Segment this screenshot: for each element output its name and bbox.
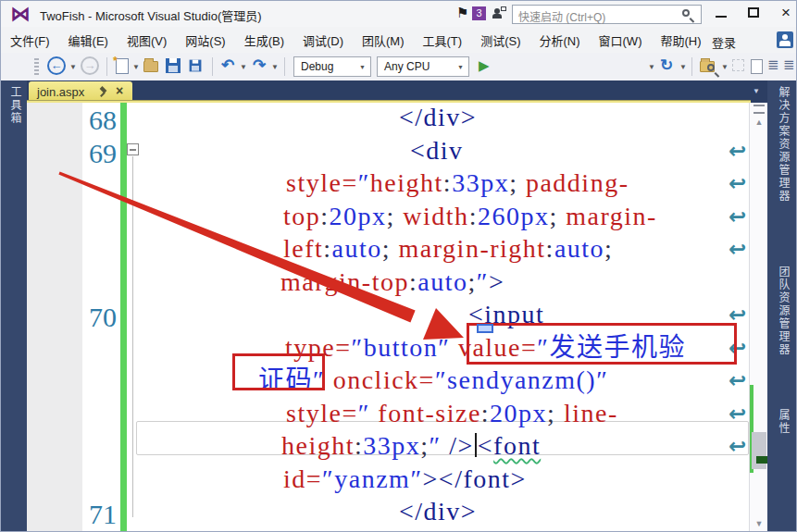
code-row[interactable]: top:20px; width:260px; margin- bbox=[283, 201, 657, 232]
scroll-up-icon[interactable]: ▲ bbox=[753, 118, 766, 127]
toolbar-grip-handle[interactable] bbox=[34, 58, 39, 75]
code-token: left bbox=[283, 234, 323, 263]
minimize-button[interactable] bbox=[707, 1, 735, 25]
new-item-icon[interactable]: * bbox=[116, 58, 129, 79]
menu-item[interactable]: 调试(D) bbox=[303, 31, 343, 49]
line-number: 71 bbox=[27, 498, 117, 530]
solution-configuration-dropdown[interactable]: Debug▼ bbox=[293, 56, 371, 77]
code-row[interactable]: style=″ font-size:20px; line- bbox=[286, 398, 618, 429]
menu-item[interactable]: 窗口(W) bbox=[599, 31, 642, 49]
code-token: </div> bbox=[399, 103, 477, 131]
text-caret bbox=[475, 433, 477, 457]
word-wrap-return-icon: ↩ bbox=[729, 204, 749, 229]
code-row[interactable]: </div> bbox=[399, 496, 477, 527]
solution-platform-dropdown[interactable]: Any CPU▼ bbox=[377, 56, 469, 77]
visual-studio-logo-icon: ⋈ bbox=[8, 3, 32, 25]
quick-launch-search-input[interactable]: 快速启动 (Ctrl+Q) bbox=[512, 5, 702, 24]
menu-item[interactable]: 工具(T) bbox=[423, 31, 463, 49]
code-row[interactable]: id=″yanzm″></font> bbox=[283, 464, 527, 495]
splitter-handle-icon[interactable] bbox=[753, 105, 765, 114]
code-token: > bbox=[489, 267, 504, 296]
line-number: 68 bbox=[27, 104, 117, 136]
undo-icon[interactable]: ↶ bbox=[221, 56, 234, 76]
vertical-scrollbar[interactable]: ▲ ▼ bbox=[749, 103, 767, 532]
find-in-files-icon[interactable] bbox=[700, 56, 715, 77]
code-row[interactable]: <div bbox=[410, 135, 464, 167]
code-row[interactable]: height:33px;″ /><font bbox=[281, 430, 541, 462]
code-row[interactable]: 证码″ onclick=″sendyanzm()″ bbox=[258, 365, 608, 396]
code-token: auto bbox=[554, 234, 604, 263]
menu-item[interactable]: 团队(M) bbox=[362, 31, 405, 49]
increase-indent-icon[interactable]: ≣ bbox=[783, 56, 795, 77]
decrease-indent-icon[interactable]: ≣ bbox=[767, 56, 779, 77]
menu-item[interactable]: 视图(V) bbox=[127, 31, 167, 49]
menu-item[interactable]: 编辑(E) bbox=[68, 31, 108, 49]
code-editor[interactable]: 68</div>69<div↩style=″height:33px; paddi… bbox=[27, 103, 749, 532]
collapse-region-icon[interactable] bbox=[127, 143, 139, 155]
user-account-icon[interactable] bbox=[777, 31, 793, 48]
close-button[interactable]: × bbox=[772, 1, 797, 25]
code-token: id= bbox=[283, 464, 322, 493]
sign-in-link[interactable]: 登录 bbox=[712, 33, 736, 51]
code-token: : bbox=[546, 234, 554, 263]
notification-count-badge[interactable]: 3 bbox=[472, 6, 486, 20]
code-row[interactable]: style=″height:33px; padding- bbox=[286, 167, 629, 199]
code-token: ″ bbox=[358, 399, 379, 427]
word-wrap-return-icon: ↩ bbox=[729, 434, 749, 458]
code-token: ″sendyanzm()″ bbox=[435, 365, 608, 394]
code-token: : bbox=[469, 202, 478, 230]
scroll-down-icon[interactable]: ▼ bbox=[753, 519, 766, 528]
code-token: <div bbox=[410, 136, 464, 165]
menu-item[interactable]: 测试(S) bbox=[480, 31, 520, 49]
feedback-icon[interactable] bbox=[492, 8, 505, 19]
refresh-icon[interactable]: ↻ bbox=[660, 56, 673, 76]
menu-item[interactable]: 帮助(H) bbox=[660, 31, 701, 49]
scrollbar-caret-mark bbox=[756, 456, 767, 464]
notifications-flag-icon[interactable]: ⚑ bbox=[456, 5, 468, 21]
start-debugging-icon[interactable]: ▶ bbox=[479, 57, 490, 78]
change-tracking-bar bbox=[120, 103, 127, 532]
pin-tab-icon[interactable] bbox=[99, 87, 109, 97]
menu-item[interactable]: 文件(F) bbox=[10, 31, 50, 49]
menu-item[interactable]: 生成(B) bbox=[244, 31, 284, 49]
tab-list-dropdown-icon[interactable]: ▼ bbox=[753, 87, 760, 95]
sidebar-tab-toolbox[interactable]: 工具箱 bbox=[7, 86, 23, 125]
selection-mode-icon[interactable] bbox=[732, 59, 744, 71]
code-token: margin-right bbox=[399, 234, 546, 263]
sidebar-tab-team-explorer[interactable]: 团队资源管理器 bbox=[776, 266, 791, 356]
redo-icon[interactable]: ↷ bbox=[253, 56, 266, 76]
code-token: 20px bbox=[330, 202, 387, 230]
menu-item[interactable]: 网站(S) bbox=[185, 31, 225, 49]
menu-item[interactable]: 分析(N) bbox=[539, 31, 579, 49]
code-token: 33px bbox=[452, 168, 509, 197]
code-token: padding- bbox=[526, 168, 629, 197]
open-file-icon[interactable] bbox=[143, 56, 158, 77]
sidebar-tab-solution-explorer[interactable]: 解决方案资源管理器 bbox=[776, 86, 791, 203]
word-wrap-return-icon: ↩ bbox=[729, 303, 749, 327]
code-row[interactable]: <input bbox=[468, 299, 544, 330]
maximize-button[interactable] bbox=[740, 1, 767, 25]
sidebar-tab-properties[interactable]: 属性 bbox=[776, 409, 791, 435]
code-row[interactable]: left:auto; margin-right:auto; bbox=[283, 233, 613, 265]
scrollbar-thumb[interactable] bbox=[752, 432, 766, 469]
code-token: ; bbox=[382, 234, 399, 263]
code-row[interactable]: margin-top:auto;″> bbox=[280, 266, 504, 298]
save-all-icon[interactable] bbox=[188, 56, 203, 77]
code-row[interactable]: type=″button″ value=″发送手机验 bbox=[285, 332, 686, 364]
code-token: ″button″ bbox=[352, 333, 458, 362]
code-token: ; bbox=[604, 234, 613, 263]
code-row[interactable]: </div> bbox=[399, 103, 477, 133]
left-dock-strip: 工具箱 bbox=[1, 80, 27, 532]
code-token: type= bbox=[285, 333, 352, 362]
code-token: style= bbox=[286, 399, 358, 427]
code-token: : bbox=[320, 202, 329, 230]
code-token: </div> bbox=[399, 497, 477, 526]
navigate-back-icon[interactable]: ← bbox=[47, 56, 66, 75]
standard-toolbar: ← ▼ → * ▼ ↶ ▼ ↷ ▼ Debug▼ Any CPU▼ ▶ ▼ ↻ … bbox=[1, 53, 796, 80]
save-icon[interactable] bbox=[166, 56, 181, 77]
code-token: : bbox=[481, 399, 490, 427]
document-outline-icon[interactable] bbox=[751, 56, 763, 77]
close-tab-icon[interactable]: × bbox=[116, 83, 123, 98]
code-token: line- bbox=[564, 399, 618, 427]
navigate-forward-icon[interactable]: → bbox=[81, 56, 99, 75]
